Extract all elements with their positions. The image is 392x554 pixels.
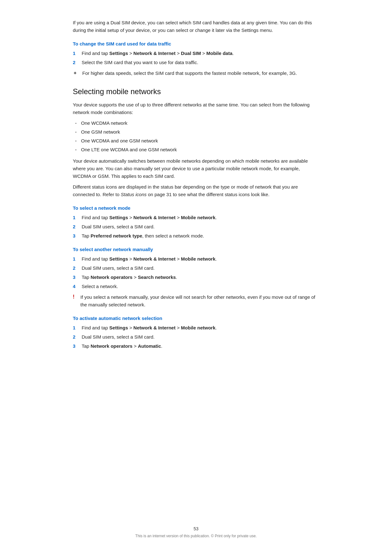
change-sim-step-2: 2 Select the SIM card that you want to u…	[73, 59, 319, 66]
footer-note: This is an internet version of this publ…	[0, 534, 392, 538]
select-mode-steps: 1 Find and tap Settings > Network & Inte…	[73, 214, 319, 240]
activate-auto-heading: To activate automatic network selection	[73, 316, 319, 321]
page-number: 53	[0, 526, 392, 531]
selecting-para3: Different status icons are displayed in …	[73, 183, 319, 198]
bullet-item-4: • One LTE one WCDMA and one GSM network	[75, 146, 319, 154]
content-area: If you are using a Dual SIM device, you …	[73, 19, 319, 350]
select-manual-step-4: 4 Select a network.	[73, 283, 319, 290]
select-mode-step-1: 1 Find and tap Settings > Network & Inte…	[73, 214, 319, 221]
bullet-item-2: • One GSM network	[75, 128, 319, 136]
page-footer: 53 This is an internet version of this p…	[0, 526, 392, 538]
warning-text: If you select a network manually, your d…	[81, 293, 319, 309]
tip-box: ✦ For higher data speeds, select the SIM…	[73, 69, 319, 77]
tip-text: For higher data speeds, select the SIM c…	[82, 69, 297, 77]
tip-icon: ✦	[73, 70, 82, 76]
select-manual-step-1: 1 Find and tap Settings > Network & Inte…	[73, 255, 319, 263]
selecting-para2: Your device automatically switches betwe…	[73, 157, 319, 180]
change-sim-step-1: 1 Find and tap Settings > Network & Inte…	[73, 50, 319, 57]
intro-para: If you are using a Dual SIM device, you …	[73, 19, 319, 34]
change-sim-steps: 1 Find and tap Settings > Network & Inte…	[73, 50, 319, 66]
select-mode-heading: To select a network mode	[73, 205, 319, 211]
bullet-item-3: • One WCDMA and one GSM network	[75, 137, 319, 145]
activate-auto-steps: 1 Find and tap Settings > Network & Inte…	[73, 324, 319, 350]
network-bullets: • One WCDMA network • One GSM network • …	[75, 119, 319, 154]
activate-auto-step-1: 1 Find and tap Settings > Network & Inte…	[73, 324, 319, 332]
selecting-networks-heading: Selecting mobile networks	[73, 87, 319, 96]
warning-icon: !	[73, 294, 81, 300]
select-mode-step-2: 2 Dual SIM users, select a SIM card.	[73, 223, 319, 231]
page: If you are using a Dual SIM device, you …	[0, 0, 392, 554]
select-manual-steps: 1 Find and tap Settings > Network & Inte…	[73, 255, 319, 290]
warning-box: ! If you select a network manually, your…	[73, 293, 319, 309]
selecting-para1: Your device supports the use of up to th…	[73, 101, 319, 116]
change-sim-heading: To change the SIM card used for data tra…	[73, 41, 319, 46]
activate-auto-step-3: 3 Tap Network operators > Automatic.	[73, 342, 319, 350]
activate-auto-step-2: 2 Dual SIM users, select a SIM card.	[73, 333, 319, 341]
select-manual-step-3: 3 Tap Network operators > Search network…	[73, 274, 319, 281]
select-manual-step-2: 2 Dual SIM users, select a SIM card.	[73, 264, 319, 272]
bullet-item-1: • One WCDMA network	[75, 119, 319, 127]
select-mode-step-3: 3 Tap Preferred network type, then selec…	[73, 232, 319, 240]
select-manual-heading: To select another network manually	[73, 247, 319, 252]
